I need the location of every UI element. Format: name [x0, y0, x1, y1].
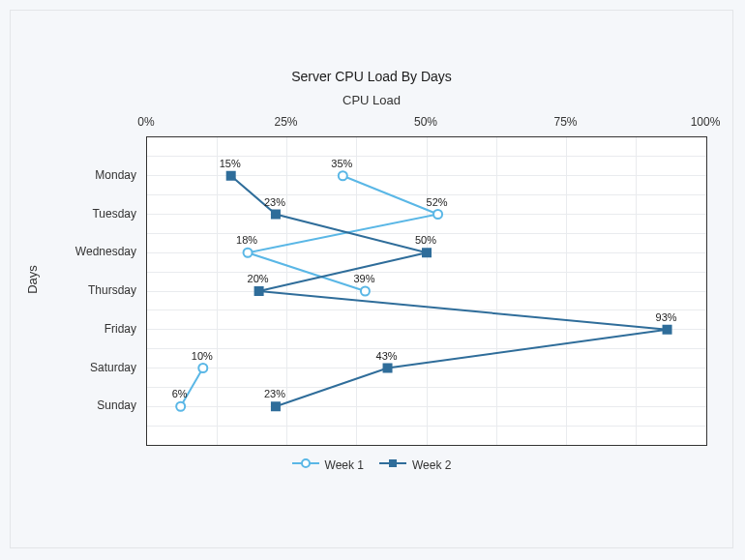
- series-line-0: [248, 176, 438, 291]
- chart-title: Server CPU Load By Days: [11, 69, 732, 84]
- x-tick-label: 75%: [553, 115, 577, 129]
- series-marker-1: [663, 325, 672, 335]
- y-tick-label: Saturday: [59, 361, 136, 374]
- data-label: 35%: [331, 158, 352, 169]
- series-marker-0: [244, 249, 253, 257]
- x-tick-label: 0%: [137, 115, 154, 129]
- x-tick-label: 50%: [414, 115, 437, 129]
- data-label: 43%: [376, 350, 398, 362]
- x-tick-label: 25%: [274, 115, 297, 129]
- square-marker-icon: [379, 457, 406, 472]
- series-marker-0: [198, 364, 207, 372]
- series-marker-1: [226, 171, 236, 181]
- data-label: 50%: [415, 234, 436, 246]
- legend-item-0[interactable]: Week 1: [292, 457, 364, 472]
- data-label: 23%: [264, 196, 285, 208]
- plot-area: [146, 136, 707, 446]
- legend-label: Week 2: [412, 458, 451, 472]
- series-marker-0: [433, 210, 442, 219]
- x-axis-title: CPU Load: [11, 93, 732, 107]
- legend: Week 1Week 2: [11, 457, 732, 472]
- chart-frame: Server CPU Load By Days CPU Load Days 0%…: [10, 10, 733, 548]
- data-label: 10%: [192, 350, 213, 362]
- circle-marker-icon: [292, 457, 319, 472]
- y-tick-label: Sunday: [59, 398, 136, 412]
- data-label: 52%: [427, 196, 448, 208]
- y-tick-label: Thursday: [59, 283, 136, 297]
- y-tick-label: Friday: [59, 322, 136, 336]
- data-label: 39%: [353, 273, 374, 284]
- svg-rect-3: [389, 459, 397, 467]
- svg-point-1: [302, 459, 310, 467]
- y-axis-title: Days: [25, 265, 40, 294]
- series-line-1: [231, 176, 668, 407]
- series-marker-1: [383, 364, 393, 373]
- series-marker-1: [254, 286, 264, 296]
- y-tick-label: Wednesday: [59, 245, 136, 258]
- y-tick-label: Monday: [59, 168, 136, 182]
- data-label: 18%: [236, 234, 257, 246]
- series-marker-0: [361, 287, 370, 296]
- plot-svg: [147, 137, 706, 445]
- y-tick-label: Tuesday: [59, 207, 136, 221]
- data-label: 15%: [220, 158, 241, 169]
- legend-label: Week 1: [325, 458, 364, 472]
- series-marker-0: [339, 171, 347, 180]
- data-label: 20%: [248, 273, 269, 284]
- series-marker-1: [422, 248, 432, 257]
- data-label: 6%: [172, 388, 188, 399]
- data-label: 93%: [656, 311, 677, 323]
- series-marker-0: [176, 402, 185, 411]
- series-marker-1: [271, 210, 281, 220]
- data-label: 23%: [264, 388, 285, 399]
- legend-item-1[interactable]: Week 2: [379, 457, 451, 472]
- series-marker-1: [271, 401, 281, 411]
- x-tick-label: 100%: [691, 115, 721, 129]
